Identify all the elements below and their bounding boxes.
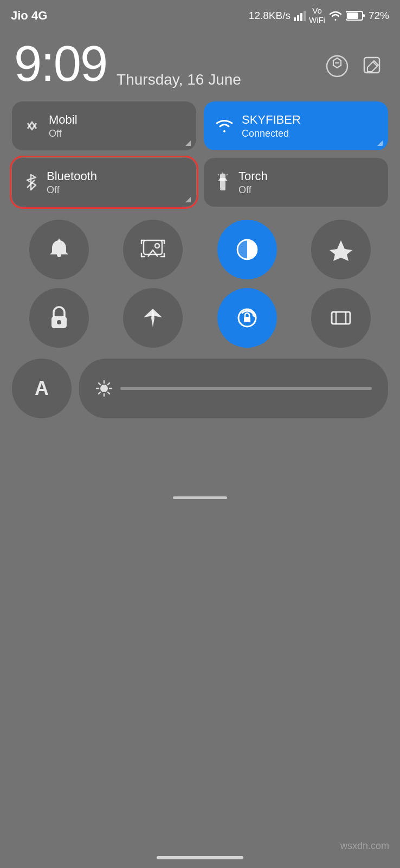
brightness-control[interactable] [79,359,388,418]
svg-line-43 [99,383,100,385]
carrier-label: Jio 4G [11,9,47,23]
wifi-subtitle: Connected [242,128,301,139]
bluetooth-text: Bluetooth Off [47,169,97,196]
svg-rect-5 [363,14,365,17]
fullscreen-button[interactable] [311,288,371,348]
screenshot-button[interactable] [123,220,183,279]
battery-icon [346,10,365,21]
bluetooth-corner [185,197,191,202]
bluetooth-subtitle: Off [47,184,97,196]
bluetooth-icon [23,173,39,192]
mobile-data-text: Mobil Off [49,113,78,139]
svg-rect-14 [220,188,225,190]
brightness-icon [95,380,113,397]
svg-line-45 [99,392,100,394]
font-label: A [35,377,49,400]
status-right: 12.8KB/s VoWiFi [249,7,389,24]
status-bar: Jio 4G 12.8KB/s VoWiFi [0,0,400,29]
brightness-slider[interactable] [120,387,372,390]
speed-label: 12.8KB/s [249,10,291,22]
tile-corner-indicator [185,141,191,146]
torch-tile[interactable]: Torch Off [204,158,388,207]
wifi-title: SKYFIBER [242,113,301,127]
quick-tiles: Mobil Off SKYFIBER Connected [0,94,400,214]
watermark: wsxdn.com [340,840,389,852]
invert-button[interactable] [217,220,277,279]
wifi-tile[interactable]: SKYFIBER Connected [204,101,388,150]
font-button[interactable]: A [12,359,72,418]
location-button[interactable] [123,288,183,348]
home-indicator [157,856,243,859]
svg-line-46 [108,383,109,385]
torch-text: Torch Off [238,169,268,196]
svg-rect-1 [297,15,299,21]
svg-rect-3 [304,11,306,21]
svg-rect-6 [347,12,358,19]
clock-action-icons [324,53,386,79]
mobile-data-title: Mobil [49,113,78,127]
svg-rect-2 [300,13,302,21]
svg-point-20 [155,244,159,248]
svg-rect-0 [294,17,296,21]
clock-time: 9:09 [14,39,107,88]
vowifi-label: VoWiFi [309,7,325,24]
svg-line-16 [218,174,219,175]
clock-area: 9:09 Thursday, 16 June [0,29,400,94]
wifi-corner [377,141,383,146]
airplane-button[interactable] [311,220,371,279]
mobile-data-icon [23,117,41,135]
bluetooth-title: Bluetooth [47,169,97,183]
mobile-data-tile[interactable]: Mobil Off [12,101,196,150]
autorotate-button[interactable] [217,288,277,348]
torch-icon [215,173,231,192]
torch-subtitle: Off [238,184,268,196]
clock-date: Thursday, 16 June [117,71,241,88]
round-row-2 [12,288,388,348]
bottom-controls: A [0,353,400,424]
wifi-text: SKYFIBER Connected [242,113,301,139]
swipe-indicator [173,496,227,499]
bluetooth-tile[interactable]: Bluetooth Off [12,158,196,207]
signal-icon [294,10,306,21]
svg-rect-34 [244,317,250,322]
svg-point-32 [57,320,61,324]
edit-icon[interactable] [360,53,386,79]
svg-rect-35 [332,312,350,324]
wifi-status-icon [328,10,343,21]
svg-point-7 [327,56,347,76]
mobile-data-subtitle: Off [49,128,78,139]
torch-title: Torch [238,169,268,183]
svg-rect-10 [364,58,379,73]
svg-point-38 [100,385,108,392]
tiles-row-1: Mobil Off SKYFIBER Connected [12,101,388,150]
battery-percent: 72% [369,10,389,22]
bell-button[interactable] [29,220,89,279]
svg-line-17 [227,174,228,175]
round-buttons [0,214,400,353]
svg-line-44 [108,392,109,394]
tiles-row-2: Bluetooth Off Torch [12,158,388,207]
wifi-tile-icon [215,117,234,135]
do-not-disturb-icon[interactable] [324,53,350,79]
round-row-1 [12,220,388,279]
lock-button[interactable] [29,288,89,348]
